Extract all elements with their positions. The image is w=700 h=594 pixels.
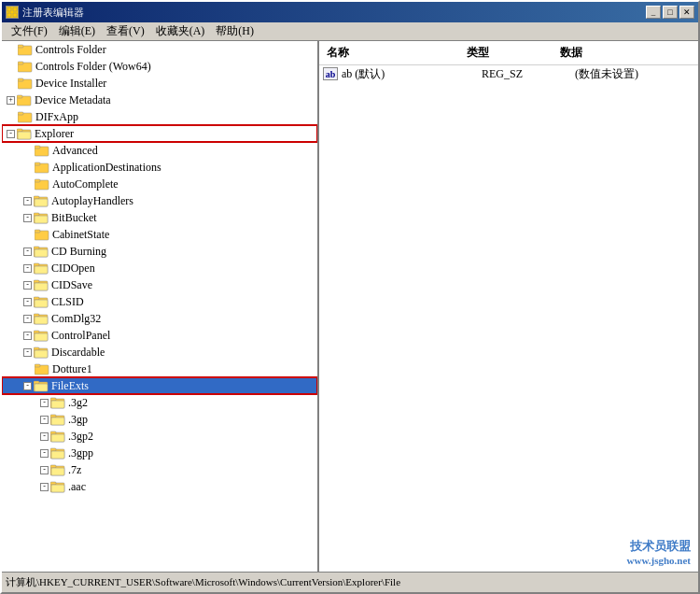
tree-item-fileexts[interactable]: - FileExts: [2, 377, 317, 394]
svg-rect-62: [51, 417, 64, 425]
tree-item-label-controls-folder-wow64: Controls Folder (Wow64): [35, 60, 151, 74]
tree-item-autocomplete[interactable]: AutoComplete: [2, 176, 317, 192]
svg-rect-41: [34, 297, 39, 300]
folder-icon-device-installer: [18, 77, 33, 90]
expand-btn-ext-3gp[interactable]: -: [40, 416, 49, 424]
tree-item-advanced[interactable]: Advanced: [2, 142, 317, 159]
tree-item-bitbucket[interactable]: - BitBucket: [2, 209, 317, 226]
tree-item-ext-aac[interactable]: - .aac: [2, 478, 317, 495]
tree-item-cabinet-state[interactable]: CabinetState: [2, 226, 317, 243]
tree-item-control-panel[interactable]: - ControlPanel: [2, 327, 317, 344]
svg-rect-67: [50, 448, 56, 451]
expand-btn-cidopen[interactable]: -: [23, 264, 32, 273]
tree-item-label-device-metadata: Device Metadata: [35, 93, 111, 107]
tree-item-label-explorer: Explorer: [35, 127, 74, 141]
expand-btn-bitbucket[interactable]: -: [23, 214, 32, 222]
svg-rect-22: [35, 179, 40, 182]
svg-rect-20: [35, 163, 40, 165]
close-button[interactable]: ✕: [679, 6, 694, 19]
svg-rect-44: [34, 314, 39, 317]
folder-icon-advanced: [35, 144, 49, 157]
svg-rect-59: [51, 401, 64, 408]
menu-file[interactable]: 文件(F): [6, 21, 53, 41]
expand-btn-ext-3g2[interactable]: -: [40, 399, 49, 407]
menu-favorites[interactable]: 收藏夹(A): [150, 21, 211, 41]
expand-btn-fileexts[interactable]: -: [23, 382, 32, 390]
tree-item-ext-3gp[interactable]: - .3gp: [2, 411, 317, 428]
folder-icon-ext-3gp: [50, 413, 65, 426]
expand-btn-comdlg32[interactable]: -: [23, 315, 32, 323]
tree-item-difxapp[interactable]: DIFxApp: [2, 108, 317, 125]
col-header-type[interactable]: 类型: [459, 43, 553, 63]
folder-icon-difxapp: [18, 110, 33, 123]
svg-rect-51: [35, 350, 48, 358]
svg-rect-39: [35, 283, 48, 290]
tree-item-label-cabinet-state: CabinetState: [52, 228, 109, 242]
tree-item-cidsave[interactable]: - CIDSave: [2, 276, 317, 293]
svg-rect-18: [35, 146, 40, 148]
reg-value-icon: ab: [323, 67, 338, 80]
expand-btn-clsid[interactable]: -: [23, 298, 32, 306]
tree-item-ext-3gpp[interactable]: - .3gpp: [2, 445, 317, 461]
svg-rect-25: [35, 199, 48, 206]
svg-rect-42: [35, 300, 48, 307]
folder-icon-autoplay-handlers: [34, 194, 49, 207]
tree-item-discardable[interactable]: - Discardable: [2, 344, 317, 361]
svg-rect-58: [50, 398, 56, 401]
tree-item-label-cidsave: CIDSave: [51, 278, 92, 292]
minimize-button[interactable]: _: [646, 6, 661, 19]
window-icon: [6, 6, 19, 19]
expand-btn-control-panel[interactable]: -: [23, 332, 32, 340]
svg-rect-7: [18, 62, 23, 64]
tree-item-device-installer[interactable]: Device Installer: [2, 75, 317, 92]
expand-btn-autoplay-handlers[interactable]: -: [23, 197, 32, 205]
expand-btn-cd-burning[interactable]: -: [23, 248, 32, 256]
expand-btn-discardable[interactable]: -: [23, 348, 32, 357]
menu-help[interactable]: 帮助(H): [210, 21, 259, 41]
tree-item-label-autocomplete: AutoComplete: [52, 177, 119, 191]
tree-pane[interactable]: Controls Folder Controls Folder (Wow64) …: [2, 41, 319, 572]
status-bar: 计算机\HKEY_CURRENT_USER\Software\Microsoft…: [2, 572, 698, 592]
tree-item-ext-7z[interactable]: - .7z: [2, 461, 317, 478]
tree-item-label-device-installer: Device Installer: [35, 77, 106, 91]
tree-item-dotture1[interactable]: Dotture1: [2, 361, 317, 377]
tree-item-device-metadata[interactable]: + Device Metadata: [2, 92, 317, 108]
tree-item-explorer[interactable]: - Explorer: [2, 125, 317, 142]
tree-item-ext-3g2[interactable]: - .3g2: [2, 394, 317, 411]
tree-item-app-destinations[interactable]: ApplicationDestinations: [2, 159, 317, 176]
svg-rect-3: [13, 13, 17, 17]
reg-value-name-0: ab (默认): [342, 66, 482, 82]
tree-item-label-cd-burning: CD Burning: [51, 245, 106, 259]
folder-icon-controls-folder: [18, 43, 33, 56]
expand-btn-ext-aac[interactable]: -: [40, 483, 49, 491]
svg-rect-1: [13, 7, 17, 11]
expand-btn-ext-7z[interactable]: -: [40, 466, 49, 474]
expand-btn-explorer[interactable]: -: [7, 130, 15, 138]
expand-btn-device-metadata[interactable]: +: [7, 96, 15, 105]
tree-item-cd-burning[interactable]: - CD Burning: [2, 243, 317, 260]
tree-item-controls-folder[interactable]: Controls Folder: [2, 41, 317, 58]
svg-rect-24: [34, 196, 39, 199]
tree-item-controls-folder-wow64[interactable]: Controls Folder (Wow64): [2, 58, 317, 75]
tree-item-ext-3gp2[interactable]: - .3gp2: [2, 428, 317, 445]
svg-rect-9: [18, 78, 23, 81]
tree-item-comdlg32[interactable]: - ComDlg32: [2, 310, 317, 327]
reg-value-row-0[interactable]: abab (默认)REG_SZ(数值未设置): [319, 65, 698, 82]
expand-btn-cidsave[interactable]: -: [23, 281, 32, 290]
tree-item-clsid[interactable]: - CLSID: [2, 293, 317, 310]
tree-item-label-difxapp: DIFxApp: [35, 110, 78, 124]
svg-rect-27: [34, 213, 39, 216]
svg-rect-30: [35, 230, 40, 233]
tree-item-cidopen[interactable]: - CIDOpen: [2, 260, 317, 276]
folder-icon-ext-aac: [50, 480, 65, 493]
tree-item-autoplay-handlers[interactable]: - AutoplayHandlers: [2, 192, 317, 209]
col-header-name[interactable]: 名称: [319, 43, 459, 63]
tree-item-label-ext-3g2: .3g2: [68, 396, 88, 410]
svg-rect-73: [50, 482, 56, 485]
expand-btn-ext-3gpp[interactable]: -: [40, 449, 49, 458]
expand-btn-ext-3gp2[interactable]: -: [40, 432, 49, 441]
col-header-data[interactable]: 数据: [553, 43, 698, 63]
maximize-button[interactable]: □: [663, 6, 678, 19]
menu-edit[interactable]: 编辑(E): [53, 21, 101, 41]
menu-view[interactable]: 查看(V): [101, 21, 150, 41]
